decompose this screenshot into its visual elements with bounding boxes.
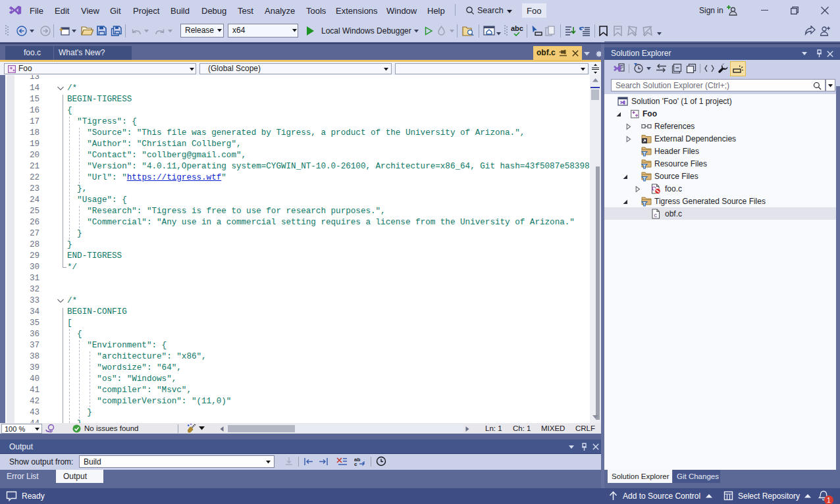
svg-text:c: c <box>654 213 657 219</box>
svg-text:c: c <box>354 461 357 466</box>
